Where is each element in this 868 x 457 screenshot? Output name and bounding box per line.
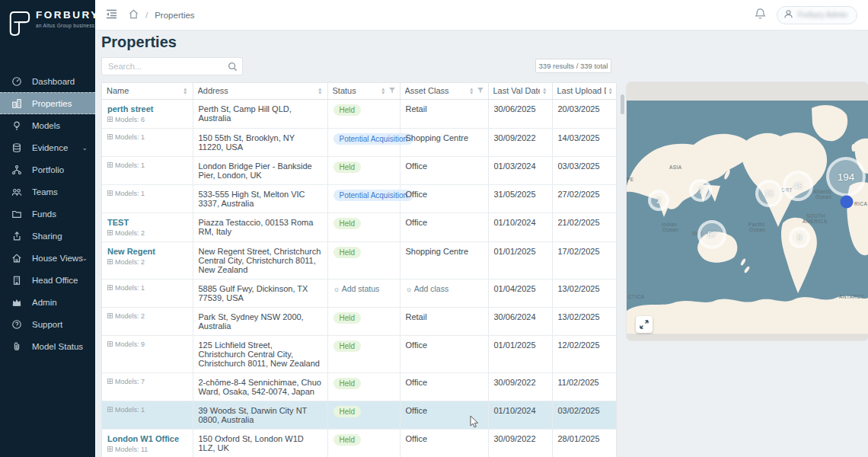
- table-row[interactable]: Models: 1150 55th St, Brooklyn, NY 11220…: [102, 128, 617, 156]
- breadcrumb-current[interactable]: Properties: [155, 11, 194, 20]
- sort-icon[interactable]: ▲▼: [608, 88, 613, 94]
- sidebar-item-evidence[interactable]: Evidence⌄: [0, 136, 95, 158]
- last-val-date-cell: 01/10/2024: [488, 401, 552, 429]
- column-header-asset-class[interactable]: Asset Class▲▼: [400, 83, 488, 99]
- map-cluster-2[interactable]: 2: [648, 190, 669, 211]
- last-upload-date-cell: 13/02/2025: [552, 307, 617, 335]
- sidebar-item-head-office[interactable]: Head Office: [0, 269, 95, 291]
- sort-icon[interactable]: ▲▼: [469, 88, 474, 94]
- sidebar-item-admin[interactable]: Admin: [0, 291, 95, 313]
- sidebar-item-dashboard[interactable]: Dashboard: [0, 70, 95, 92]
- table-row[interactable]: New RegentModels: 2New Regent Street, Ch…: [102, 241, 617, 279]
- status-cell: Held: [327, 213, 400, 241]
- status-badge: Held: [333, 434, 362, 446]
- status-badge: Potential Acquisition: [333, 190, 414, 201]
- table-row[interactable]: TESTModels: 2Piazza Testaccio, 00153 Rom…: [102, 213, 617, 241]
- search-icon[interactable]: [228, 61, 238, 75]
- map-label: PE: [627, 177, 634, 182]
- sidebar-item-model-status[interactable]: Model Status: [0, 335, 95, 357]
- name-cell: Models: 2: [102, 307, 193, 335]
- status-badge: Held: [333, 104, 362, 116]
- table-row[interactable]: Models: 139 Woods St, Darwin City NT 080…: [102, 401, 617, 429]
- sidebar-item-properties[interactable]: Properties: [0, 92, 95, 114]
- asset-class-cell: Office: [400, 156, 488, 184]
- map-cluster-8[interactable]: 8: [789, 227, 810, 248]
- filter-icon[interactable]: [477, 88, 483, 94]
- table-row[interactable]: London W1 OfficeModels: 11150 Oxford St,…: [102, 429, 617, 457]
- column-header-last-upload-date[interactable]: Last Upload Date▲▼: [552, 83, 617, 99]
- sidebar-item-label: Head Office: [32, 276, 78, 285]
- add-class-link[interactable]: ☼Add class: [406, 284, 449, 293]
- sidebar-item-portfolio[interactable]: Portfolio: [0, 158, 95, 181]
- chevron-down-icon: ⌄: [81, 144, 88, 152]
- table-row[interactable]: Models: 9125 Lichfield Street, Christchu…: [102, 335, 617, 372]
- status-cell: Held: [327, 401, 400, 429]
- column-header-address[interactable]: Address▲▼: [193, 83, 327, 99]
- models-count: Models: 2: [107, 312, 187, 320]
- property-name-link[interactable]: perth street: [107, 104, 187, 113]
- sidebar-item-label: Properties: [32, 99, 72, 108]
- table-row[interactable]: Models: 1London Bridge Pier - Bankside P…: [102, 156, 617, 184]
- sidebar-item-models[interactable]: Models: [0, 114, 95, 136]
- map-cluster-57[interactable]: 57: [697, 220, 726, 249]
- breadcrumb: / Properties: [106, 9, 195, 21]
- sidebar-item-house-views[interactable]: House Views⌄: [0, 247, 95, 269]
- address-cell: 125 Lichfield Street, Christchurch Centr…: [193, 335, 327, 372]
- last-val-date-cell: 31/05/2025: [488, 184, 552, 213]
- map-cluster-45[interactable]: 45: [783, 171, 813, 201]
- last-upload-date-cell: 17/02/2025: [552, 241, 617, 279]
- sidebar-item-teams[interactable]: Teams: [0, 181, 95, 203]
- property-name-link[interactable]: TEST: [107, 218, 187, 227]
- search-input[interactable]: [101, 57, 243, 75]
- last-upload-date-cell: 03/03/2025: [552, 156, 617, 184]
- column-header-last-val-date[interactable]: Last Val Date▲▼: [488, 83, 552, 99]
- user-menu[interactable]: Forbury Admin: [777, 6, 857, 24]
- property-name-link[interactable]: London W1 Office: [107, 434, 187, 443]
- models-count: Models: 1: [107, 406, 187, 414]
- last-val-date-cell: 01/03/2024: [488, 156, 552, 184]
- sidebar-item-funds[interactable]: Funds: [0, 203, 95, 225]
- map-expand-button[interactable]: [636, 316, 653, 333]
- last-val-date-cell: 30/09/2022: [488, 429, 552, 457]
- brand-name: FORBURY: [36, 9, 100, 21]
- map-cluster-15[interactable]: 15: [755, 180, 783, 207]
- database-icon: [11, 142, 22, 153]
- table-row[interactable]: Models: 72-chōme-8-4 Sennichimae, Chuo W…: [102, 372, 617, 401]
- sidebar-item-support[interactable]: Support: [0, 313, 95, 335]
- notifications-bell-icon[interactable]: [755, 8, 766, 23]
- map-cluster-7[interactable]: 7: [689, 179, 712, 202]
- map-selected-point[interactable]: [841, 196, 854, 209]
- sort-icon[interactable]: ▲▼: [318, 88, 322, 94]
- home-icon[interactable]: [129, 9, 139, 21]
- help-icon: [11, 318, 22, 330]
- column-label: Last Upload Date: [557, 86, 606, 95]
- table-row[interactable]: Models: 2Park St, Sydney NSW 2000, Austr…: [102, 307, 617, 335]
- address-cell: Park St, Sydney NSW 2000, Australia: [193, 307, 327, 335]
- table-row[interactable]: perth streetModels: 6Perth St, Camp Hill…: [102, 99, 617, 128]
- lightbulb-icon: [11, 120, 22, 131]
- status-cell: Held: [327, 335, 400, 372]
- sort-icon[interactable]: ▲▼: [381, 88, 385, 94]
- property-name-link[interactable]: New Regent: [107, 247, 187, 256]
- address-cell: 39 Woods St, Darwin City NT 0800, Austra…: [193, 401, 327, 429]
- table-row[interactable]: Models: 1533-555 High St, Melton VIC 333…: [102, 184, 617, 213]
- last-upload-date-cell: 12/02/2025: [552, 335, 617, 372]
- brand-logo[interactable]: FORBURY an Altus Group business: [0, 0, 95, 47]
- sort-icon[interactable]: ▲▼: [542, 88, 547, 94]
- filter-icon[interactable]: [389, 88, 395, 94]
- forbury-logo-icon: [8, 11, 30, 40]
- map-cluster-194[interactable]: 194: [826, 157, 866, 197]
- last-upload-date-cell: 14/03/2025: [552, 128, 617, 156]
- people-icon: [11, 186, 22, 197]
- table-row[interactable]: Models: 15885 Gulf Fwy, Dickinson, TX 77…: [102, 279, 617, 307]
- column-header-name[interactable]: Name▲▼: [102, 83, 193, 99]
- world-map[interactable]: ASIAPEIndianOceanOCEPacificOceanORTAtlan…: [627, 101, 868, 334]
- sort-icon[interactable]: ▲▼: [183, 88, 187, 94]
- table-scrollbar[interactable]: [621, 94, 624, 114]
- collapse-menu-icon[interactable]: [106, 9, 117, 21]
- column-header-status[interactable]: Status▲▼: [327, 83, 400, 99]
- sidebar-item-sharing[interactable]: Sharing: [0, 225, 95, 247]
- status-badge: Held: [333, 312, 362, 324]
- add-status-link[interactable]: ☼Add status: [333, 284, 380, 293]
- map-label: Pacific: [748, 222, 765, 227]
